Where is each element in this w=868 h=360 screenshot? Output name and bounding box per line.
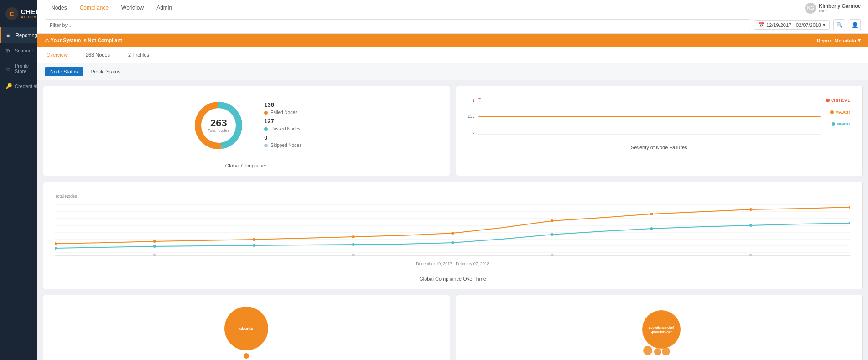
subnav-profiles[interactable]: 2 Profiles bbox=[119, 47, 158, 63]
minor-bar-rest bbox=[478, 134, 821, 135]
svg-point-20 bbox=[749, 208, 753, 211]
minor-text: MINOR bbox=[837, 122, 850, 126]
platform-bubble-container: ubuntu bbox=[223, 306, 269, 359]
compliance-legend: 136 Failed Nodes 127 Passed Nodes bbox=[264, 101, 301, 150]
tab-node-status[interactable]: Node Status bbox=[45, 67, 83, 76]
svg-text:-products-out: -products-out bbox=[651, 330, 672, 334]
sidebar-label-credentials: Credentials bbox=[15, 83, 40, 89]
content-area: 263 Total Nodes 136 Failed Nodes bbox=[37, 80, 868, 360]
svg-point-22 bbox=[55, 247, 57, 250]
nav-nodes[interactable]: Nodes bbox=[45, 0, 73, 16]
svg-point-18 bbox=[551, 219, 554, 222]
severity-major-bar bbox=[478, 116, 821, 117]
timeseries-card: Total Nodes bbox=[43, 182, 863, 289]
svg-point-21 bbox=[849, 206, 850, 209]
y-label-1: 1 bbox=[468, 98, 475, 103]
severity-minor-bar bbox=[478, 134, 821, 135]
user-name: Kimberly Garmoe bbox=[819, 3, 861, 9]
legend-failed: 136 bbox=[264, 101, 301, 108]
svg-point-29 bbox=[749, 224, 753, 227]
timeseries-title: Global Compliance Over Time bbox=[51, 276, 855, 282]
avatar: KG bbox=[805, 3, 816, 14]
chart-label: Total Nodes bbox=[55, 194, 850, 198]
minor-label: MINOR bbox=[832, 122, 850, 126]
alert-message: ⚠ Your System is Not Compliant bbox=[45, 37, 122, 43]
sidebar-item-profile-store[interactable]: ▤ Profile Store bbox=[0, 58, 37, 78]
chevron-down-icon: ▾ bbox=[858, 37, 861, 43]
donut-total: 263 bbox=[208, 118, 230, 128]
sidebar-item-credentials[interactable]: 🔑 Credentials bbox=[0, 78, 37, 94]
svg-point-40 bbox=[654, 348, 661, 355]
svg-point-31 bbox=[153, 254, 156, 256]
environment-bubble-inner: acceptance-chef -products-out bbox=[463, 303, 855, 360]
charts-row-3: ubuntu Top Platform Failures bbox=[43, 295, 863, 360]
major-dot bbox=[830, 110, 834, 114]
timeseries-svg bbox=[55, 200, 850, 260]
search-icon: 🔍 bbox=[836, 22, 843, 28]
severity-critical-bar bbox=[478, 98, 821, 99]
skipped-label: Skipped Nodes bbox=[270, 143, 301, 148]
donut-label: 263 Total Nodes bbox=[208, 118, 230, 133]
donut-chart: 263 Total Nodes bbox=[191, 98, 246, 153]
sidebar-label-scanner: Scanner bbox=[15, 48, 33, 53]
charts-row-1: 263 Total Nodes 136 Failed Nodes bbox=[43, 86, 863, 176]
platform-bubble-label: ubuntu bbox=[239, 326, 254, 331]
environment-failures-card: acceptance-chef -products-out Top Enviro… bbox=[456, 295, 863, 360]
legend-skipped: 0 bbox=[264, 134, 301, 141]
minor-dot bbox=[832, 122, 835, 126]
nav-compliance[interactable]: Compliance bbox=[73, 0, 115, 16]
nav-admin[interactable]: Admin bbox=[150, 0, 178, 16]
search-button[interactable]: 🔍 bbox=[833, 19, 845, 31]
app-logo: C CHEF AUTOMATE bbox=[0, 0, 37, 27]
tab-profile-status[interactable]: Profile Status bbox=[85, 67, 126, 76]
critical-bar-rest bbox=[481, 99, 821, 99]
search-input[interactable] bbox=[45, 19, 750, 31]
global-compliance-card: 263 Total Nodes 136 Failed Nodes bbox=[43, 86, 450, 176]
severity-yaxis: 1 135 0 bbox=[468, 98, 475, 135]
legend-failed-label: Failed Nodes bbox=[264, 110, 301, 115]
top-navigation: Nodes Compliance Workflow Admin KG Kimbe… bbox=[37, 0, 868, 16]
severity-legend: CRITICAL MAJOR MINOR bbox=[826, 98, 850, 126]
user-filter-button[interactable]: 👤 bbox=[849, 19, 861, 31]
subnav-nodes[interactable]: 263 Nodes bbox=[77, 47, 119, 63]
user-role: chef bbox=[819, 9, 861, 13]
alert-banner: ⚠ Your System is Not Compliant Report Me… bbox=[37, 34, 868, 47]
severity-bars bbox=[478, 98, 821, 135]
date-range-value: 12/19/2017 - 02/07/2018 bbox=[766, 22, 821, 28]
svg-point-28 bbox=[650, 227, 653, 230]
severity-content: 1 135 0 bbox=[463, 94, 855, 139]
credentials-icon: 🔑 bbox=[5, 83, 12, 89]
environment-bubble-container: acceptance-chef -products-out bbox=[634, 309, 684, 355]
svg-point-15 bbox=[252, 238, 255, 241]
user-info: KG Kimberly Garmoe chef bbox=[805, 3, 861, 14]
failed-dot bbox=[264, 111, 268, 115]
platform-bubble-inner: ubuntu bbox=[51, 303, 442, 360]
date-range-picker[interactable]: 📅 12/19/2017 - 02/07/2018 ▾ bbox=[754, 20, 830, 30]
profile-store-icon: ▤ bbox=[5, 65, 12, 72]
skipped-dot bbox=[264, 144, 268, 147]
major-label: MAJOR bbox=[830, 110, 850, 115]
report-metadata-button[interactable]: Report Metadata ▾ bbox=[817, 37, 861, 43]
y-label-0: 0 bbox=[468, 130, 475, 135]
nav-workflow[interactable]: Workflow bbox=[115, 0, 150, 16]
critical-label: CRITICAL bbox=[826, 98, 850, 103]
donut-sublabel: Total Nodes bbox=[208, 128, 230, 133]
sidebar-item-scanner[interactable]: ⊕ Scanner bbox=[0, 43, 37, 58]
user-icon: 👤 bbox=[852, 22, 858, 28]
svg-point-25 bbox=[352, 243, 355, 246]
svg-point-32 bbox=[352, 254, 355, 256]
dropdown-icon: ▾ bbox=[823, 22, 826, 28]
filter-bar: 📅 12/19/2017 - 02/07/2018 ▾ 🔍 👤 bbox=[37, 16, 868, 34]
main-area: Nodes Compliance Workflow Admin KG Kimbe… bbox=[37, 0, 868, 360]
svg-point-30 bbox=[849, 222, 850, 224]
sidebar-label-profile-store: Profile Store bbox=[15, 63, 32, 74]
svg-point-17 bbox=[451, 232, 454, 235]
passed-dot bbox=[264, 127, 268, 131]
subnav-overview[interactable]: Overview bbox=[37, 47, 77, 63]
svg-point-33 bbox=[551, 254, 554, 256]
svg-point-27 bbox=[551, 233, 554, 236]
sidebar-label-reporting: Reporting bbox=[16, 32, 37, 38]
sidebar-item-reporting[interactable]: ≡ Reporting ▶ bbox=[0, 27, 37, 43]
reporting-icon: ≡ bbox=[6, 32, 13, 38]
platform-bubble-svg: ubuntu bbox=[223, 306, 269, 351]
